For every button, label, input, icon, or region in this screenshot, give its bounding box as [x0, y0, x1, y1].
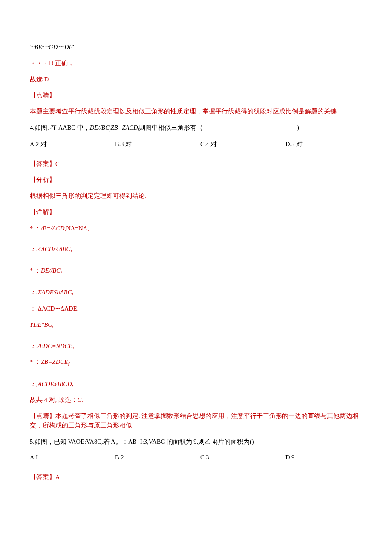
proof-step: * ：ZB=ZDCEf	[30, 357, 362, 367]
section-label-dianjing: 【点睛】	[30, 413, 55, 419]
formula-line: '~BE~~GD~~DF'	[30, 43, 362, 52]
option-a: A.I	[30, 453, 115, 462]
step-ital: DE//BC	[41, 267, 61, 274]
step-prefix: * ：	[30, 267, 41, 274]
question-5-options: A.I B.2 C.3 D.9	[30, 453, 362, 462]
question-5-stem: 5.如图，已知 VAOE:VA8C,若 A。：AB=I:3,VABC 的面积为 …	[30, 437, 362, 447]
explanation-line: 故选 D.	[30, 75, 362, 84]
conclusion-text: 故共 4 对, 故选：	[30, 396, 78, 403]
step-prefix: * ：	[30, 358, 41, 365]
explanation-line: 根据相似三角形的判定定理即可得到结论.	[30, 192, 362, 201]
answer-label: 【答案】A	[30, 473, 362, 482]
proof-step: ：.4ACDs4ABC,	[30, 245, 362, 254]
option-a: A.2 对	[30, 140, 115, 149]
option-d: D.9	[285, 453, 371, 462]
explanation-line: ・・・D 正确，	[30, 59, 362, 68]
proof-step: ：.XADESl\ABC,	[30, 288, 362, 297]
answer-label: 【答案】C	[30, 160, 362, 169]
proof-step: * ：/B=/ACD,NA=NA,	[30, 224, 362, 233]
question-4-options: A.2 对 B.3 对 C.4 对 D.5 对	[30, 140, 362, 149]
proof-step: * ：DE//BCf	[30, 266, 362, 276]
option-b: B.2	[115, 453, 200, 462]
proof-conclusion: 故共 4 对, 故选：C.	[30, 395, 362, 405]
step-text: NA=NA,	[66, 225, 89, 232]
subscript: f	[61, 270, 62, 275]
question-close: ）	[297, 124, 303, 131]
proof-step: ：,ACDEs4BCD,	[30, 380, 362, 389]
conclusion-choice: C.	[78, 396, 83, 403]
option-c: C.3	[200, 453, 285, 462]
section-label-xiangjie: 【详解】	[30, 208, 362, 217]
explanation-line: 【点睛】本题考查了相似三角形的判定. 注意掌握数形结合思想的应用，注意平行于三角…	[30, 412, 362, 430]
question-4-stem: 4.如图. 在 AABC 中，DE//BCfZB=ZACDf则图中相似三角形有（…	[30, 123, 362, 133]
question-italic: DE//BC	[90, 124, 110, 131]
step-ital: ZB=ZDCE	[41, 358, 68, 365]
question-text: 则图中相似三角形有（	[139, 124, 203, 131]
option-b: B.3 对	[115, 140, 200, 149]
question-text: 4.如图. 在 AABC 中，	[30, 124, 90, 131]
step-prefix: * ：	[30, 225, 41, 232]
proof-step: ：,/EDC=NDCB,	[30, 342, 362, 351]
section-label-dianjing: 【点睛】	[30, 91, 362, 100]
explanation-text: 本题考查了相似三角形的判定. 注意掌握数形结合思想的应用，注意平行于三角形的一边…	[30, 413, 359, 429]
option-d: D.5 对	[285, 140, 371, 149]
explanation-line: 本题主要考查平行线截线段定理以及相似三角形的性质定理，掌握平行线截得的线段对应成…	[30, 107, 362, 116]
step-ital: /B=/ACD,	[41, 225, 66, 232]
section-label-fenxi: 【分析】	[30, 175, 362, 185]
proof-step: ：.ΔACD∽ΔADE,	[30, 304, 362, 314]
proof-step: YDE"BC,	[30, 320, 362, 330]
option-c: C.4 对	[200, 140, 285, 149]
subscript: f	[68, 361, 69, 366]
question-italic: ZB=ZACD	[111, 124, 138, 131]
document-page: '~BE~~GD~~DF' ・・・D 正确， 故选 D. 【点睛】 本题主要考查…	[0, 0, 392, 506]
